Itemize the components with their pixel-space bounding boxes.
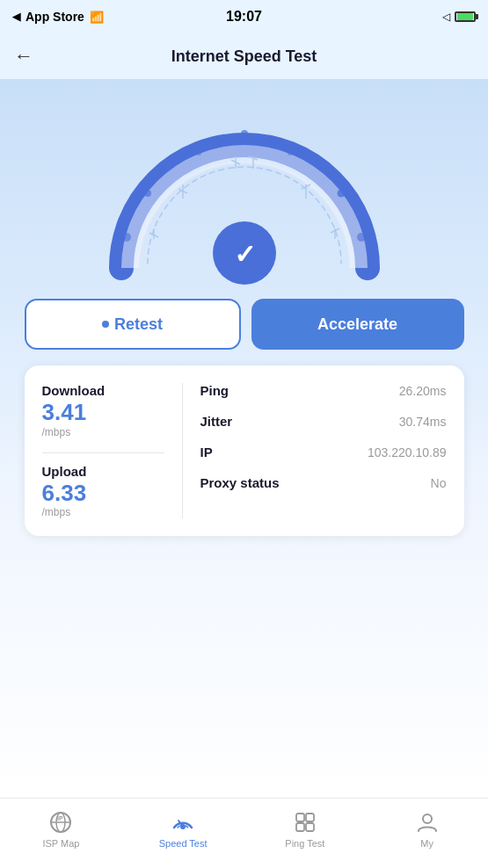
stats-right: Ping 26.20ms Jitter 30.74ms IP 103.220.1… bbox=[183, 383, 447, 518]
back-button[interactable]: ← bbox=[14, 45, 33, 68]
svg-point-18 bbox=[288, 150, 293, 156]
speedometer: ✓ bbox=[95, 97, 394, 290]
jitter-value: 30.74ms bbox=[399, 415, 447, 429]
tab-ping-test[interactable]: Ping Test bbox=[244, 810, 367, 849]
svg-point-31 bbox=[423, 814, 432, 823]
ping-label: Ping bbox=[200, 383, 229, 398]
nav-bar: ← Internet Speed Test bbox=[0, 33, 488, 79]
upload-label: Upload bbox=[42, 464, 164, 479]
location-icon: ◁ bbox=[442, 11, 450, 23]
retest-dot bbox=[102, 321, 109, 328]
svg-point-14 bbox=[241, 130, 248, 137]
status-left: ◀ App Store 📶 bbox=[12, 10, 104, 24]
my-icon bbox=[415, 810, 440, 835]
svg-point-15 bbox=[144, 190, 151, 197]
svg-point-17 bbox=[196, 150, 201, 156]
tab-my[interactable]: My bbox=[366, 810, 488, 849]
stats-left: Download 3.41 /mbps Upload 6.33 /mbps bbox=[42, 383, 183, 518]
svg-point-16 bbox=[337, 190, 345, 198]
speedometer-svg: ✓ bbox=[95, 97, 394, 290]
page-title: Internet Speed Test bbox=[171, 47, 317, 66]
stats-card: Download 3.41 /mbps Upload 6.33 /mbps Pi… bbox=[25, 365, 464, 536]
proxy-value: No bbox=[431, 476, 447, 490]
download-label: Download bbox=[42, 383, 164, 398]
svg-point-19 bbox=[122, 233, 131, 242]
svg-point-20 bbox=[357, 233, 366, 242]
action-buttons: Retest Accelerate bbox=[25, 299, 464, 350]
upload-unit: /mbps bbox=[42, 506, 164, 518]
upload-section: Upload 6.33 /mbps bbox=[42, 464, 164, 519]
proxy-row: Proxy status No bbox=[200, 475, 447, 490]
svg-rect-29 bbox=[296, 823, 304, 831]
svg-rect-30 bbox=[306, 823, 314, 831]
accelerate-button[interactable]: Accelerate bbox=[251, 299, 464, 350]
proxy-label: Proxy status bbox=[200, 475, 280, 490]
wifi-icon: 📶 bbox=[90, 11, 104, 24]
ping-value: 26.20ms bbox=[399, 384, 447, 398]
download-unit: /mbps bbox=[42, 426, 164, 438]
ping-test-icon bbox=[293, 810, 317, 835]
upload-value: 6.33 bbox=[42, 481, 164, 506]
ip-row: IP 103.220.10.89 bbox=[200, 445, 447, 459]
download-section: Download 3.41 /mbps bbox=[42, 383, 164, 438]
tab-my-label: My bbox=[420, 838, 433, 849]
tab-speed-test-label: Speed Test bbox=[159, 838, 208, 849]
back-arrow-small: ◀ bbox=[12, 11, 20, 23]
retest-button[interactable]: Retest bbox=[25, 299, 241, 350]
battery-indicator bbox=[455, 11, 476, 22]
tab-isp-map[interactable]: IP ISP Map bbox=[0, 810, 122, 849]
tab-bar: IP ISP Map Speed Test Ping Test bbox=[0, 798, 488, 868]
jitter-label: Jitter bbox=[200, 414, 233, 429]
isp-map-icon: IP bbox=[48, 810, 73, 835]
svg-rect-27 bbox=[296, 814, 304, 821]
status-right: ◁ bbox=[442, 11, 476, 23]
tab-speed-test[interactable]: Speed Test bbox=[122, 810, 244, 849]
speed-test-icon bbox=[171, 810, 195, 835]
carrier-label: App Store bbox=[25, 10, 84, 24]
status-bar: ◀ App Store 📶 19:07 ◁ bbox=[0, 0, 488, 33]
jitter-row: Jitter 30.74ms bbox=[200, 414, 447, 429]
ip-label: IP bbox=[200, 445, 213, 459]
tab-isp-map-label: ISP Map bbox=[42, 838, 79, 849]
svg-rect-28 bbox=[306, 814, 314, 821]
svg-text:IP: IP bbox=[57, 815, 63, 821]
svg-text:✓: ✓ bbox=[233, 240, 255, 269]
status-time: 19:07 bbox=[226, 9, 262, 25]
ping-row: Ping 26.20ms bbox=[200, 383, 447, 398]
tab-ping-test-label: Ping Test bbox=[285, 838, 324, 849]
download-value: 3.41 bbox=[42, 400, 164, 425]
stats-divider bbox=[42, 452, 164, 453]
battery-fill bbox=[457, 13, 473, 20]
ip-value: 103.220.10.89 bbox=[368, 445, 447, 459]
main-content: ✓ Retest Accelerate Download 3.41 /mbp bbox=[0, 79, 488, 798]
